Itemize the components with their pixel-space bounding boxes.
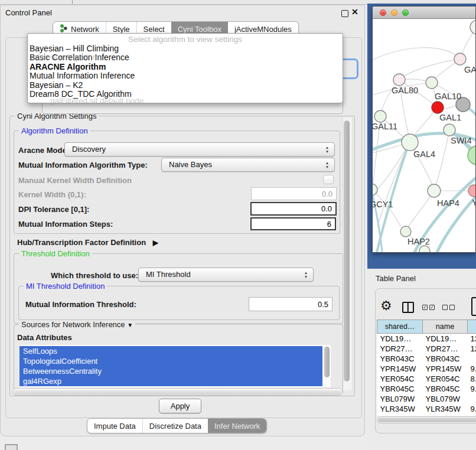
node-label-gal1: GAL1 bbox=[439, 113, 461, 122]
mi-type-label: Mutual Information Algorithm Type: bbox=[18, 161, 148, 169]
network-edge bbox=[434, 136, 448, 191]
table-cell: 9. bbox=[468, 384, 476, 394]
node-gal1-red[interactable] bbox=[432, 102, 444, 113]
mi-threshold-field[interactable]: 0.5 bbox=[249, 297, 332, 311]
table-cell: YBL079W bbox=[377, 394, 423, 404]
table-panel-title: Table Panel bbox=[376, 274, 416, 283]
list-scrollbar-thumb[interactable] bbox=[324, 347, 330, 377]
kernel-width-field[interactable]: 0.0 bbox=[251, 187, 337, 200]
popup-header: Select algorithm to view settings bbox=[28, 35, 343, 44]
node-bottom-partial[interactable] bbox=[419, 246, 430, 252]
column-header-shared[interactable]: shared… bbox=[377, 320, 423, 334]
mi-steps-field[interactable]: 6 bbox=[250, 217, 336, 230]
table-hscrollbar-thumb[interactable] bbox=[378, 418, 476, 422]
toolbar-separator bbox=[72, 0, 73, 4]
tab-label: Impute Data bbox=[94, 422, 136, 431]
table-row[interactable]: YBR043CYBR043C bbox=[377, 354, 476, 364]
columns-icon[interactable] bbox=[402, 302, 414, 313]
node-gal80[interactable] bbox=[393, 74, 405, 86]
node-label-hap2: HAP2 bbox=[407, 237, 430, 246]
column-header-name[interactable]: name bbox=[423, 320, 468, 334]
table-row[interactable]: YER054CYER054C8. bbox=[377, 374, 476, 384]
table-row[interactable]: YBR045CYBR045C9. bbox=[377, 384, 476, 394]
page-icon[interactable] bbox=[471, 297, 476, 316]
manual-kernel-checkbox[interactable] bbox=[323, 175, 334, 184]
algorithm-option-aracne-algorithm[interactable]: ARACNE Algorithm bbox=[28, 63, 343, 71]
node-hap4[interactable] bbox=[428, 184, 441, 197]
table-row[interactable]: YPR145WYPR145W9. bbox=[377, 364, 476, 374]
table-row[interactable]: YDL19…YDL19…13 bbox=[377, 334, 476, 344]
node-gcy1[interactable] bbox=[373, 184, 377, 195]
node-swi4[interactable] bbox=[444, 124, 455, 136]
algorithm-option-bayesian-k2[interactable]: Bayesian – K2 bbox=[28, 81, 343, 90]
tab-label: Infer Network bbox=[214, 422, 260, 431]
float-window-icon[interactable] bbox=[341, 10, 348, 17]
node-gal4[interactable] bbox=[402, 134, 418, 151]
table-cell: 9. bbox=[468, 404, 476, 414]
node-top-partial[interactable] bbox=[470, 20, 475, 34]
node-gal10[interactable] bbox=[426, 77, 438, 89]
attribute-item-selfloops[interactable]: SelfLoops bbox=[19, 346, 322, 356]
table-cell: YBR045C bbox=[377, 384, 423, 394]
which-threshold-label: Which threshold to use: bbox=[51, 271, 138, 280]
table-cell: YER054C bbox=[423, 374, 468, 384]
table-cell: YPR145W bbox=[423, 364, 468, 374]
node-table-wrap: shared…name YDL19…YDL19…13YDR27…YDR27…12… bbox=[377, 319, 476, 416]
kernel-width-label: Kernel Width (0,1): bbox=[18, 190, 86, 199]
aracne-mode-combobox[interactable]: Discovery ▲▼ bbox=[64, 142, 335, 156]
which-threshold-combobox[interactable]: MI Threshold ▲▼ bbox=[138, 268, 314, 282]
table-cell bbox=[468, 354, 476, 364]
tab-infer-network[interactable]: Infer Network bbox=[208, 419, 266, 433]
table-cell: YDL19… bbox=[423, 334, 468, 344]
mi-type-combobox[interactable]: Naive Bayes ▲▼ bbox=[161, 158, 335, 172]
combobox-value: MI Threshold bbox=[146, 268, 191, 281]
node-salmon[interactable] bbox=[468, 185, 475, 197]
network-view-window: GALGAL80GAL10GAL1GAL11GAL4SWI4GCY1HAP4YH… bbox=[372, 6, 476, 253]
settings-scrollbar-thumb[interactable] bbox=[344, 120, 350, 381]
apply-button[interactable]: Apply bbox=[159, 399, 201, 413]
select-all-checkboxes-icon[interactable]: ✓✓ bbox=[422, 305, 435, 310]
settings-hscrollbar[interactable] bbox=[12, 388, 343, 396]
control-panel-title: Control Panel bbox=[5, 8, 52, 17]
close-icon[interactable]: ✕ bbox=[351, 7, 358, 17]
table-row[interactable]: YBL079WYBL079W bbox=[377, 394, 476, 404]
minimize-traffic-light[interactable] bbox=[391, 9, 397, 16]
collapsed-arrow-icon: ▶ bbox=[153, 239, 158, 247]
combobox-value: Naive Bayes bbox=[169, 158, 212, 171]
attribute-item-topologicalcoefficient[interactable]: TopologicalCoefficient bbox=[19, 356, 322, 366]
attribute-item-gal4rgexp[interactable]: gal4RGexp bbox=[19, 376, 322, 386]
node-label-gal11: GAL11 bbox=[373, 122, 397, 131]
ghost-text: galFiltered.sif default node bbox=[50, 96, 144, 105]
table-hscrollbar[interactable] bbox=[377, 416, 476, 423]
tab-impute-data[interactable]: Impute Data bbox=[87, 419, 143, 433]
dpi-tolerance-field[interactable]: 0.0 bbox=[250, 202, 337, 216]
table-row[interactable]: YDR27…YDR27…12 bbox=[377, 344, 476, 354]
gear-icon[interactable]: ⚙ bbox=[380, 299, 392, 312]
panel-grip-icon[interactable] bbox=[5, 444, 18, 450]
node-gal-pink[interactable] bbox=[454, 53, 466, 65]
column-header-cut[interactable] bbox=[468, 320, 476, 334]
zoom-traffic-light[interactable] bbox=[402, 9, 409, 16]
table-cell: YBR043C bbox=[423, 354, 468, 364]
algorithm-option-mutual-information-inference[interactable]: Mutual Information Inference bbox=[28, 71, 343, 80]
tab-label: Discretize Data bbox=[149, 422, 201, 431]
table-row[interactable]: YLR345WYLR345W9. bbox=[377, 404, 476, 414]
network-canvas[interactable]: GALGAL80GAL10GAL1GAL11GAL4SWI4GCY1HAP4YH… bbox=[373, 19, 475, 252]
table-subpanel: ⚙ ✓✓ shared…name YDL19…YDL19…13YDR27…YDR… bbox=[375, 288, 476, 433]
tab-discretize-data[interactable]: Discretize Data bbox=[143, 419, 208, 433]
table-cell: YBR045C bbox=[423, 384, 468, 394]
combobox-arrows-icon: ▲▼ bbox=[324, 161, 330, 169]
hub-definition-toggle[interactable]: Hub/Transcription Factor Definition ▶ bbox=[17, 238, 158, 247]
table-panel: Table Panel ⚙ ✓✓ shared…name YDL19…YDL19… bbox=[367, 269, 476, 450]
deselect-all-checkboxes-icon[interactable] bbox=[442, 305, 455, 310]
node-gal11[interactable] bbox=[374, 110, 386, 122]
attribute-item-betweennesscentrality[interactable]: BetweennessCentrality bbox=[19, 366, 322, 376]
network-window-titlebar[interactable] bbox=[373, 6, 475, 19]
settings-hscrollbar-thumb[interactable] bbox=[14, 390, 341, 394]
node-hap2[interactable] bbox=[400, 226, 411, 237]
network-edge bbox=[442, 106, 457, 109]
close-traffic-light[interactable] bbox=[380, 9, 386, 16]
network-graph: GALGAL80GAL10GAL1GAL11GAL4SWI4GCY1HAP4YH… bbox=[373, 19, 475, 252]
desktop-background: GALGAL80GAL10GAL1GAL11GAL4SWI4GCY1HAP4YH… bbox=[367, 4, 476, 269]
data-attributes-list[interactable]: SelfLoopsTopologicalCoefficientBetweenne… bbox=[19, 345, 331, 387]
